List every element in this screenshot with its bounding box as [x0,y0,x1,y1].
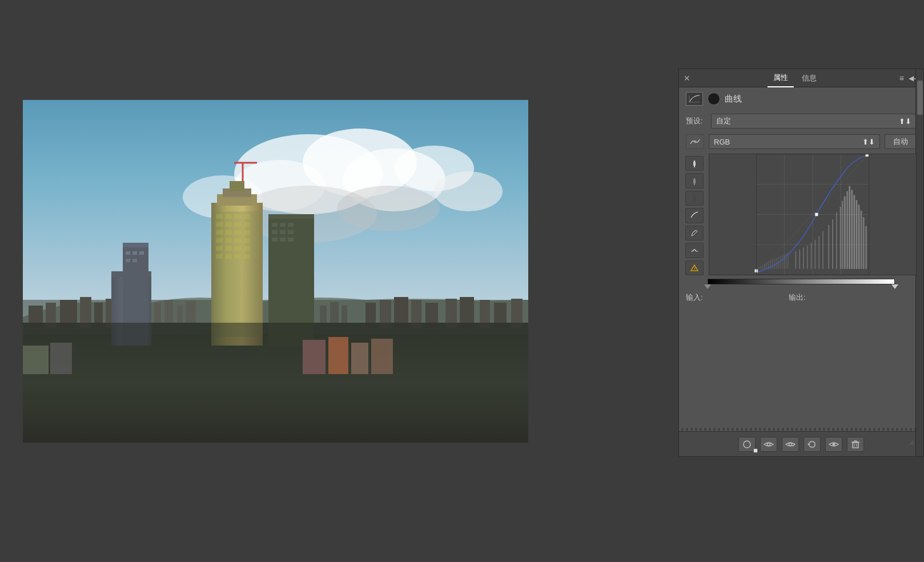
gradient-slider-area [679,278,923,289]
svg-rect-111 [772,259,773,269]
channel-options-icon[interactable] [686,134,704,149]
svg-rect-92 [23,346,49,374]
svg-point-7 [434,171,503,211]
svg-rect-86 [330,302,339,323]
svg-rect-135 [849,186,850,269]
eyedropper-highlight-tool[interactable] [685,156,704,171]
svg-rect-68 [243,254,250,259]
channel-row: RGB ⬆⬇ 自动 [679,132,923,151]
view-effects-button[interactable] [825,437,842,452]
clipping-warning-tool[interactable]: ! [685,260,704,275]
svg-rect-115 [780,256,781,268]
eyedropper-shadow-tool[interactable] [685,191,704,206]
svg-rect-127 [822,231,823,269]
preset-arrow-icon: ⬆⬇ [899,117,911,126]
preset-row: 预设: 自定 ⬆⬇ [679,110,923,132]
photo-canvas [23,100,528,443]
svg-rect-110 [770,260,771,269]
close-button[interactable]: ✕ [684,74,690,83]
svg-rect-66 [225,254,232,259]
svg-rect-128 [828,225,829,269]
panel-tabs: 属性 信息 [768,69,822,87]
channel-select[interactable]: RGB ⬆⬇ [709,134,880,149]
svg-rect-59 [234,238,241,243]
preset-label: 预设: [686,116,706,126]
svg-text:!: ! [694,267,696,271]
panel-menu-icon[interactable]: ≡ [899,74,904,83]
scrollbar-thumb[interactable] [917,81,923,115]
svg-rect-35 [139,251,144,255]
svg-rect-116 [782,255,783,269]
delete-adjustment-button[interactable] [847,437,864,452]
curves-title: 曲线 [725,94,742,105]
svg-point-10 [337,186,440,231]
white-point-slider[interactable] [891,284,898,289]
svg-rect-45 [216,214,223,219]
tools-column: ! [684,154,705,275]
svg-rect-83 [177,306,183,323]
curve-pencil-tool[interactable] [685,208,704,223]
reset-button[interactable] [804,437,821,452]
layer-visibility-dot[interactable] [708,93,720,105]
svg-rect-91 [371,339,393,374]
svg-rect-57 [216,238,223,243]
svg-rect-133 [843,196,845,269]
svg-rect-88 [303,340,326,374]
svg-rect-152 [866,154,869,156]
visibility-cycle-button[interactable] [782,437,799,452]
svg-rect-140 [861,211,862,269]
svg-rect-112 [774,258,775,268]
svg-rect-97 [694,165,695,167]
mask-button-container [738,437,756,452]
svg-rect-158 [853,443,858,448]
tab-properties[interactable]: 属性 [768,69,794,87]
svg-rect-87 [342,306,347,323]
svg-rect-81 [154,303,161,323]
svg-rect-77 [272,238,278,242]
svg-rect-76 [288,230,294,234]
svg-rect-36 [126,259,130,262]
svg-rect-63 [234,246,241,251]
svg-rect-46 [225,214,232,219]
svg-rect-124 [811,243,812,269]
svg-rect-79 [288,238,294,242]
pencil-draw-tool[interactable] [685,226,704,240]
svg-rect-98 [694,183,695,185]
svg-rect-71 [272,223,278,227]
svg-rect-132 [842,201,843,269]
svg-rect-126 [818,236,819,269]
curves-header: 曲线 [679,87,923,110]
scrollbar-track[interactable] [915,69,923,456]
svg-rect-52 [243,222,250,227]
svg-rect-142 [865,226,867,269]
curve-display[interactable] [709,154,917,275]
io-row: 输入: 输出: [679,289,923,306]
visibility-button[interactable] [760,437,777,452]
auto-button[interactable]: 自动 [885,134,917,149]
svg-rect-56 [243,230,250,235]
svg-rect-54 [225,230,232,235]
tab-info[interactable]: 信息 [796,69,822,87]
svg-line-100 [693,230,696,232]
svg-rect-74 [272,230,278,234]
svg-rect-80 [23,323,528,443]
svg-rect-104 [758,267,760,268]
black-point-slider[interactable] [704,284,711,289]
input-label: 输入: [686,292,703,303]
svg-rect-122 [803,247,804,268]
channel-arrow-icon: ⬆⬇ [862,138,875,146]
svg-rect-85 [320,306,327,323]
svg-rect-75 [280,230,286,234]
svg-rect-136 [851,190,853,269]
eyedropper-midtone-tool[interactable] [685,173,704,188]
preset-select[interactable]: 自定 ⬆⬇ [711,114,917,129]
svg-line-167 [913,444,914,445]
smooth-tool[interactable] [685,243,704,258]
curves-adjustment-icon[interactable] [686,92,703,106]
svg-rect-105 [760,266,761,269]
resize-grip-icon [908,438,915,448]
visibility-with-dot [782,437,799,452]
svg-rect-53 [216,230,223,235]
properties-panel: ✕ 属性 信息 ≡ ◀◀ 曲线 预设: 自定 ⬆⬇ [678,69,924,457]
svg-rect-61 [216,246,223,251]
